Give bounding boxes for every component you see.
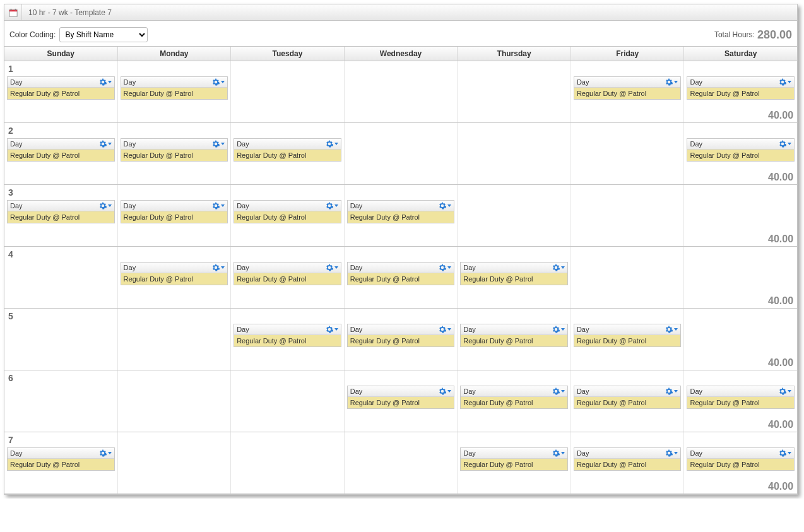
shift-block[interactable]: Day Regular Duty @ Patrol: [7, 447, 115, 471]
day-cell[interactable]: Day Regular Duty @ Patrol: [344, 370, 458, 432]
shift-block[interactable]: Day Regular Duty @ Patrol: [460, 386, 568, 409]
gear-icon[interactable]: [779, 387, 791, 395]
gear-icon[interactable]: [665, 78, 678, 86]
day-cell[interactable]: Day Regular Duty @ Patrol: [230, 185, 344, 246]
shift-block[interactable]: Day Regular Duty @ Patrol: [687, 386, 795, 409]
day-cell[interactable]: [457, 185, 570, 246]
day-cell[interactable]: Day Regular Duty @ Patrol: [117, 247, 231, 308]
gear-icon[interactable]: [212, 202, 225, 210]
shift-block[interactable]: Day Regular Duty @ Patrol: [121, 262, 228, 285]
gear-icon[interactable]: [552, 326, 565, 333]
day-cell[interactable]: Day Regular Duty @ Patrol: [344, 309, 458, 370]
gear-icon[interactable]: [326, 140, 338, 148]
day-cell[interactable]: [344, 123, 458, 184]
day-cell[interactable]: Day Regular Duty @ Patrol 40.00: [683, 61, 797, 122]
day-cell[interactable]: 7 Day Regular Duty @ Patrol: [4, 432, 117, 494]
gear-icon[interactable]: [552, 264, 565, 271]
day-cell[interactable]: [570, 185, 684, 246]
shift-block[interactable]: Day Regular Duty @ Patrol: [574, 76, 682, 100]
day-cell[interactable]: [570, 123, 684, 184]
shift-block[interactable]: Day Regular Duty @ Patrol: [687, 447, 795, 471]
shift-block[interactable]: Day Regular Duty @ Patrol: [121, 76, 228, 100]
day-cell[interactable]: Day Regular Duty @ Patrol: [457, 247, 570, 308]
shift-block[interactable]: Day Regular Duty @ Patrol: [7, 200, 115, 223]
shift-block[interactable]: Day Regular Duty @ Patrol: [347, 262, 455, 285]
shift-block[interactable]: Day Regular Duty @ Patrol: [7, 76, 115, 100]
day-cell[interactable]: 5: [4, 309, 117, 370]
day-cell[interactable]: Day Regular Duty @ Patrol: [457, 432, 570, 494]
shift-block[interactable]: Day Regular Duty @ Patrol: [574, 447, 682, 471]
day-cell[interactable]: 40.00: [683, 247, 797, 308]
day-cell[interactable]: Day Regular Duty @ Patrol 40.00: [683, 370, 797, 432]
gear-icon[interactable]: [439, 202, 451, 210]
day-cell[interactable]: Day Regular Duty @ Patrol: [230, 247, 344, 308]
day-cell[interactable]: [344, 61, 458, 122]
gear-icon[interactable]: [326, 326, 338, 333]
day-cell[interactable]: [230, 370, 344, 432]
shift-block[interactable]: Day Regular Duty @ Patrol: [234, 200, 341, 223]
gear-icon[interactable]: [552, 449, 565, 457]
day-cell[interactable]: Day Regular Duty @ Patrol: [117, 185, 231, 246]
day-cell[interactable]: Day Regular Duty @ Patrol 40.00: [683, 123, 797, 184]
gear-icon[interactable]: [779, 449, 791, 457]
day-cell[interactable]: Day Regular Duty @ Patrol: [230, 309, 344, 370]
day-cell[interactable]: Day Regular Duty @ Patrol 40.00: [683, 432, 797, 494]
shift-block[interactable]: Day Regular Duty @ Patrol: [234, 324, 341, 347]
shift-block[interactable]: Day Regular Duty @ Patrol: [7, 138, 115, 162]
day-cell[interactable]: Day Regular Duty @ Patrol: [457, 370, 570, 432]
shift-block[interactable]: Day Regular Duty @ Patrol: [460, 324, 568, 347]
day-cell[interactable]: Day Regular Duty @ Patrol: [570, 309, 684, 370]
shift-block[interactable]: Day Regular Duty @ Patrol: [687, 138, 795, 162]
day-cell[interactable]: [344, 432, 458, 494]
day-cell[interactable]: [117, 309, 231, 370]
day-cell[interactable]: [457, 61, 570, 122]
gear-icon[interactable]: [779, 78, 791, 86]
day-cell[interactable]: [457, 123, 570, 184]
shift-block[interactable]: Day Regular Duty @ Patrol: [121, 200, 228, 223]
day-cell[interactable]: [117, 370, 231, 432]
day-cell[interactable]: Day Regular Duty @ Patrol: [570, 370, 684, 432]
day-cell[interactable]: 3 Day Regular Duty @ Patrol: [4, 185, 117, 246]
shift-block[interactable]: Day Regular Duty @ Patrol: [347, 200, 455, 223]
day-cell[interactable]: 40.00: [683, 185, 797, 246]
day-cell[interactable]: 1 Day Regular Duty @ Patrol: [4, 61, 117, 122]
gear-icon[interactable]: [99, 140, 112, 148]
gear-icon[interactable]: [99, 449, 112, 457]
gear-icon[interactable]: [552, 387, 565, 395]
day-cell[interactable]: 4: [4, 247, 117, 308]
shift-block[interactable]: Day Regular Duty @ Patrol: [574, 386, 682, 409]
gear-icon[interactable]: [99, 78, 112, 86]
day-cell[interactable]: [230, 432, 344, 494]
gear-icon[interactable]: [439, 326, 451, 333]
day-cell[interactable]: Day Regular Duty @ Patrol: [570, 432, 684, 494]
gear-icon[interactable]: [212, 78, 225, 86]
shift-block[interactable]: Day Regular Duty @ Patrol: [460, 447, 568, 471]
day-cell[interactable]: Day Regular Duty @ Patrol: [117, 61, 231, 122]
shift-block[interactable]: Day Regular Duty @ Patrol: [460, 262, 568, 285]
day-cell[interactable]: Day Regular Duty @ Patrol: [230, 123, 344, 184]
gear-icon[interactable]: [326, 202, 338, 210]
day-cell[interactable]: 6: [4, 370, 117, 432]
gear-icon[interactable]: [439, 264, 451, 271]
color-coding-select[interactable]: By Shift Name: [59, 27, 148, 42]
gear-icon[interactable]: [99, 202, 112, 210]
gear-icon[interactable]: [779, 140, 791, 148]
day-cell[interactable]: 2 Day Regular Duty @ Patrol: [4, 123, 117, 184]
shift-block[interactable]: Day Regular Duty @ Patrol: [121, 138, 228, 162]
gear-icon[interactable]: [665, 387, 678, 395]
day-cell[interactable]: 40.00: [683, 309, 797, 370]
shift-block[interactable]: Day Regular Duty @ Patrol: [234, 138, 341, 162]
shift-block[interactable]: Day Regular Duty @ Patrol: [234, 262, 341, 285]
day-cell[interactable]: [117, 432, 231, 494]
day-cell[interactable]: [230, 61, 344, 122]
gear-icon[interactable]: [665, 449, 678, 457]
shift-block[interactable]: Day Regular Duty @ Patrol: [687, 76, 795, 100]
gear-icon[interactable]: [665, 326, 678, 333]
day-cell[interactable]: Day Regular Duty @ Patrol: [344, 185, 458, 246]
day-cell[interactable]: Day Regular Duty @ Patrol: [344, 247, 458, 308]
gear-icon[interactable]: [326, 264, 338, 271]
gear-icon[interactable]: [212, 264, 225, 271]
gear-icon[interactable]: [212, 140, 225, 148]
shift-block[interactable]: Day Regular Duty @ Patrol: [574, 324, 682, 347]
day-cell[interactable]: Day Regular Duty @ Patrol: [457, 309, 570, 370]
